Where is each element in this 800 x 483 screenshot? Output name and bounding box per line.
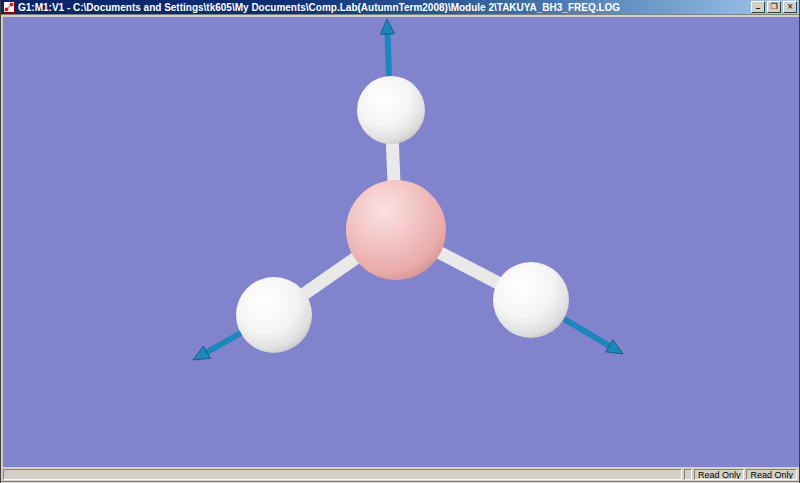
window-controls: _ ❐ ×: [751, 1, 797, 13]
atom-H[interactable]: [236, 277, 312, 353]
displacement-arrow-head: [381, 19, 395, 34]
window-title: G1:M1:V1 - C:\Documents and Settings\tk6…: [18, 0, 747, 15]
displacement-arrow-head: [193, 346, 210, 360]
atom-H[interactable]: [357, 76, 425, 144]
displacement-arrow-shaft: [207, 333, 241, 352]
status-separator-panel: [684, 469, 692, 480]
title-bar[interactable]: G1:M1:V1 - C:\Documents and Settings\tk6…: [1, 0, 799, 15]
displacement-arrow-shaft: [388, 34, 389, 76]
restore-button[interactable]: ❐: [767, 1, 781, 13]
status-message-panel: [3, 469, 682, 480]
atom-H[interactable]: [493, 262, 569, 338]
atom-B[interactable]: [346, 180, 446, 280]
molecule-viewport[interactable]: [3, 17, 799, 467]
minimize-button[interactable]: _: [751, 1, 765, 13]
status-readonly-panel-1: Read Only: [694, 469, 745, 480]
app-icon: [3, 1, 15, 13]
status-readonly-panel-2: Read Only: [746, 469, 797, 480]
close-button[interactable]: ×: [783, 1, 797, 13]
molecule-canvas[interactable]: [3, 17, 799, 467]
status-bar: Read Only Read Only: [1, 468, 799, 481]
gaussview-window: G1:M1:V1 - C:\Documents and Settings\tk6…: [0, 0, 800, 483]
displacement-arrow-shaft: [564, 319, 609, 346]
